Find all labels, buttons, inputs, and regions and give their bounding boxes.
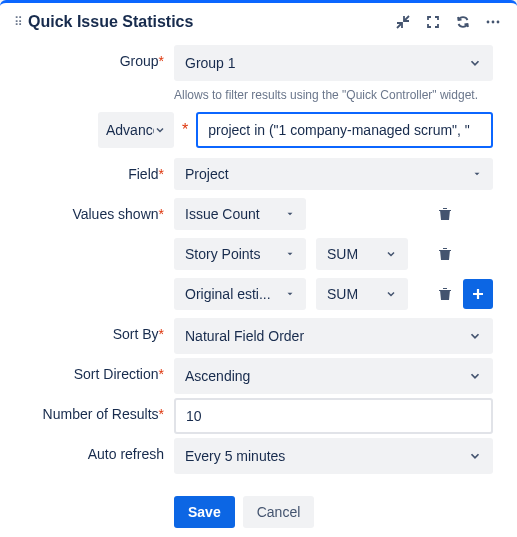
expand-icon[interactable] — [425, 14, 441, 30]
mode-select[interactable]: Advanced — [98, 112, 174, 148]
value-field-select[interactable]: Original esti... — [174, 278, 306, 310]
row-field: Field* Project — [24, 158, 493, 190]
row-sort-by: Sort By* Natural Field Order — [24, 318, 493, 354]
row-values-shown: Values shown* Issue Count — [24, 198, 493, 310]
label-field: Field* — [24, 158, 174, 182]
chevron-down-icon — [472, 169, 482, 179]
chevron-down-icon — [385, 248, 397, 260]
values-line: Issue Count — [174, 198, 493, 230]
chevron-down-icon — [468, 329, 482, 343]
row-number-results: Number of Results* 10 — [24, 398, 493, 434]
svg-point-0 — [487, 21, 490, 24]
jql-input[interactable]: project in ("1 company-managed scrum", " — [196, 112, 493, 148]
number-results-input[interactable]: 10 — [174, 398, 493, 434]
chevron-down-icon — [385, 288, 397, 300]
trash-icon[interactable] — [437, 206, 453, 222]
sort-by-select[interactable]: Natural Field Order — [174, 318, 493, 354]
add-value-button[interactable] — [463, 279, 493, 309]
row-group: Group* Group 1 Allows to filter results … — [24, 45, 493, 104]
chevron-down-icon — [285, 209, 295, 219]
refresh-icon[interactable] — [455, 14, 471, 30]
group-helper: Allows to filter results using the "Quic… — [174, 87, 493, 104]
row-jql: Advanced * project in ("1 company-manage… — [24, 112, 493, 148]
row-sort-direction: Sort Direction* Ascending — [24, 358, 493, 394]
row-actions: Save Cancel — [24, 482, 493, 528]
sort-direction-select[interactable]: Ascending — [174, 358, 493, 394]
group-select[interactable]: Group 1 — [174, 45, 493, 81]
label-group: Group* — [24, 45, 174, 69]
value-field-select[interactable]: Issue Count — [174, 198, 306, 230]
trash-icon[interactable] — [437, 286, 453, 302]
more-icon[interactable] — [485, 14, 501, 30]
panel-title: Quick Issue Statistics — [28, 13, 395, 31]
values-line: Original esti... SUM — [174, 278, 493, 310]
config-panel: ⠿ Quick Issue Statistics — [0, 0, 517, 537]
chevron-down-icon — [285, 289, 295, 299]
trash-icon[interactable] — [437, 246, 453, 262]
chevron-down-icon — [285, 249, 295, 259]
config-form: Group* Group 1 Allows to filter results … — [0, 45, 517, 537]
chevron-down-icon — [468, 449, 482, 463]
agg-select[interactable]: SUM — [316, 278, 408, 310]
chevron-down-icon — [468, 56, 482, 70]
drag-handle-icon[interactable]: ⠿ — [14, 15, 22, 29]
collapse-icon[interactable] — [395, 14, 411, 30]
header-actions — [395, 14, 501, 30]
svg-point-1 — [492, 21, 495, 24]
label-values-shown: Values shown* — [24, 198, 174, 222]
field-select[interactable]: Project — [174, 158, 493, 190]
panel-header: ⠿ Quick Issue Statistics — [0, 3, 517, 45]
label-sort-direction: Sort Direction* — [24, 358, 174, 382]
auto-refresh-select[interactable]: Every 5 minutes — [174, 438, 493, 474]
label-auto-refresh: Auto refresh — [24, 438, 174, 462]
chevron-down-icon — [154, 124, 166, 136]
required-mark: * — [182, 121, 188, 139]
svg-point-2 — [497, 21, 500, 24]
label-number-results: Number of Results* — [24, 398, 174, 422]
label-sort-by: Sort By* — [24, 318, 174, 342]
agg-select[interactable]: SUM — [316, 238, 408, 270]
chevron-down-icon — [468, 369, 482, 383]
values-line: Story Points SUM — [174, 238, 493, 270]
row-auto-refresh: Auto refresh Every 5 minutes — [24, 438, 493, 474]
cancel-button[interactable]: Cancel — [243, 496, 315, 528]
value-field-select[interactable]: Story Points — [174, 238, 306, 270]
save-button[interactable]: Save — [174, 496, 235, 528]
